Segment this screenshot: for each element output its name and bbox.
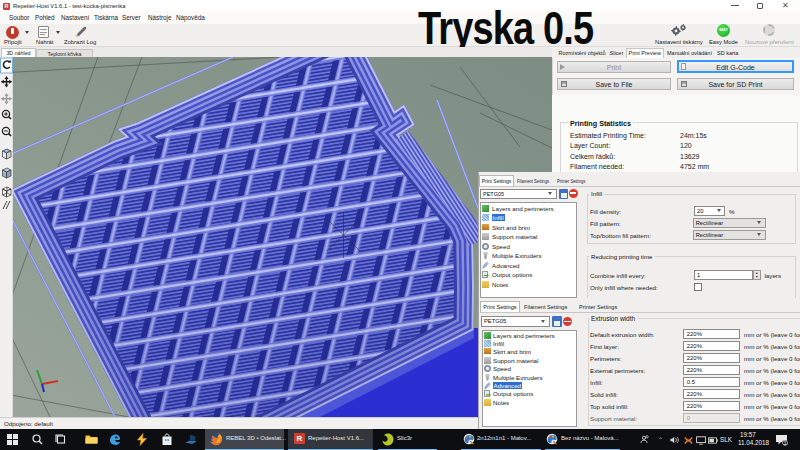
svg-text:1: 1 xyxy=(783,440,786,446)
